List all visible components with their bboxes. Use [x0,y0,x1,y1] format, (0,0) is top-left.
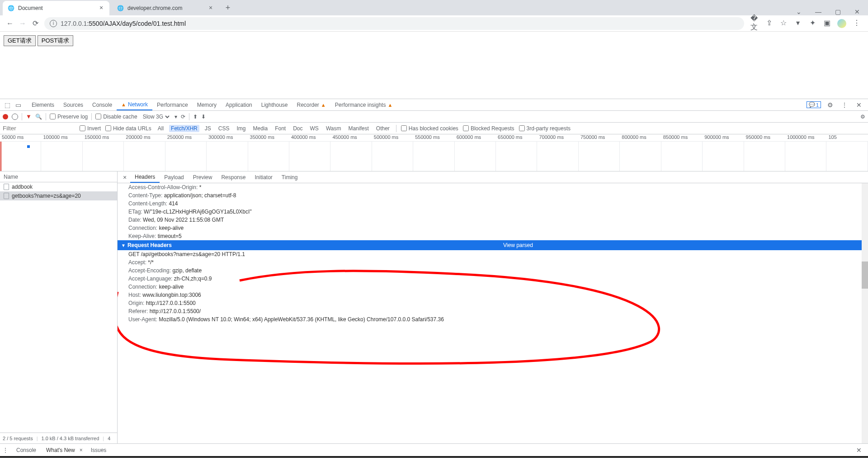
avatar[interactable] [837,19,846,28]
drawer-tab-whatsnew[interactable]: What's New [44,447,77,453]
filter-input[interactable] [3,125,75,132]
filter-type-all[interactable]: All [156,125,165,132]
devtools-tab-recorder[interactable]: Recorder▲ [292,99,330,110]
devtools-tab-memory[interactable]: Memory [193,99,221,110]
record-icon[interactable] [3,114,8,119]
omnibox[interactable]: i 127.0.0.1:5500/AJAX/day5/code/01.test.… [44,17,744,30]
maximize-icon[interactable]: ▢ [835,8,841,15]
invert-checkbox[interactable]: Invert [80,125,101,132]
timeline-tick: 950000 ms [744,134,785,141]
post-request-button[interactable]: POST请求 [38,35,73,46]
filter-type-doc[interactable]: Doc [291,125,304,132]
devtools-tab-elements[interactable]: Elements [27,99,59,110]
detail-tab-payload[interactable]: Payload [160,171,188,183]
request-row[interactable]: addbook [0,182,117,191]
chevron-down-icon[interactable]: ▾ [175,114,177,120]
more-icon[interactable]: ⋮ [3,447,8,453]
preserve-log-checkbox[interactable]: Preserve log [50,114,88,120]
share-icon[interactable]: ⇪ [765,19,773,27]
tab-title: Document [18,5,98,11]
puzzle-icon[interactable]: ✦ [808,19,816,27]
wifi-icon[interactable]: ⟳ [181,114,185,120]
detail-tab-timing[interactable]: Timing [277,171,302,183]
devtools-tab-application[interactable]: Application [221,99,257,110]
filter-type-wasm[interactable]: Wasm [324,125,343,132]
detail-tab-headers[interactable]: Headers [130,171,160,183]
close-window-icon[interactable]: ✕ [854,8,860,15]
gear-icon[interactable]: ⚙ [860,114,865,120]
filter-type-fetch-xhr[interactable]: Fetch/XHR [169,125,199,132]
drawer-tab-issues[interactable]: Issues [89,447,108,453]
devtools-tab-sources[interactable]: Sources [59,99,88,110]
filter-icon[interactable]: ▼ [26,113,32,120]
scrollbar[interactable] [862,183,868,443]
detail-tab-response[interactable]: Response [217,171,250,183]
blocked-requests-checkbox[interactable]: Blocked Requests [463,125,514,132]
page-content: GET请求 POST请求 [0,32,868,99]
translate-icon[interactable]: �文 [750,19,759,27]
scrollbar-thumb[interactable] [862,262,868,289]
filter-type-other[interactable]: Other [374,125,392,132]
forward-button[interactable]: → [16,17,29,30]
devtools-tab-lighthouse[interactable]: Lighthouse [257,99,292,110]
devtools-tabbar: ⬚ ▭ ElementsSourcesConsole▲NetworkPerfor… [0,99,868,111]
side-panel-icon[interactable]: ▣ [823,19,831,27]
hide-data-urls-checkbox[interactable]: Hide data URLs [105,125,151,132]
minimize-icon[interactable]: — [815,8,821,15]
download-icon[interactable]: ⬇ [201,114,206,120]
drawer-tab-console[interactable]: Console [14,447,38,453]
browser-tab[interactable]: 🌐 developer.chrome.com × [112,1,219,15]
view-parsed-link[interactable]: View parsed [503,242,533,248]
devtools-tab-performance-insights[interactable]: Performance insights▲ [330,99,397,110]
request-list-header[interactable]: Name [0,171,117,182]
inspect-icon[interactable]: ⬚ [2,100,13,110]
messages-badge[interactable]: 💬1 [807,101,821,108]
filter-type-css[interactable]: CSS [217,125,231,132]
extension-icon[interactable]: ▾ [794,19,802,27]
filter-type-font[interactable]: Font [273,125,288,132]
upload-icon[interactable]: ⬆ [193,114,198,120]
filter-type-media[interactable]: Media [251,125,269,132]
info-icon[interactable]: i [50,20,57,27]
detail-tab-preview[interactable]: Preview [189,171,217,183]
chevron-down-icon[interactable]: ⌄ [796,8,802,15]
close-icon[interactable]: × [207,5,214,12]
filter-type-img[interactable]: Img [235,125,247,132]
header-line: User-Agent: Mozilla/5.0 (Windows NT 10.0… [118,315,868,323]
close-icon[interactable]: × [80,447,83,453]
browser-tab-active[interactable]: 🌐 Document × [3,1,109,15]
request-row[interactable]: getbooks?name=zs&age=20 [0,191,117,200]
blocked-cookies-checkbox[interactable]: Has blocked cookies [401,125,458,132]
devtools-drawer: ⋮ Console What's New × Issues ✕ [0,443,868,456]
devtools-tab-console[interactable]: Console [88,99,117,110]
more-icon[interactable]: ⋮ [839,100,850,110]
close-icon[interactable]: × [98,5,105,12]
devtools-tab-performance[interactable]: Performance [152,99,193,110]
filter-type-js[interactable]: JS [203,125,213,132]
header-line: Access-Control-Allow-Origin: * [118,183,868,191]
new-tab-button[interactable]: + [222,1,234,14]
detail-body[interactable]: Access-Control-Allow-Origin: *Content-Ty… [118,183,868,443]
devtools-tab-network[interactable]: ▲Network [117,99,152,110]
search-icon[interactable]: 🔍 [35,114,42,120]
menu-icon[interactable]: ⋮ [853,19,861,27]
back-button[interactable]: ← [4,17,16,30]
third-party-checkbox[interactable]: 3rd-party requests [519,125,571,132]
network-timeline[interactable]: 50000 ms100000 ms150000 ms200000 ms25000… [0,134,868,171]
device-icon[interactable]: ▭ [13,100,24,110]
bookmark-icon[interactable]: ☆ [779,19,788,27]
filter-type-ws[interactable]: WS [308,125,321,132]
request-headers-section[interactable]: ▼ Request Headers View parsed [118,240,868,250]
throttle-select[interactable]: Slow 3G [141,113,171,120]
get-request-button[interactable]: GET请求 [4,35,36,46]
filter-type-manifest[interactable]: Manifest [346,125,370,132]
detail-tab-initiator[interactable]: Initiator [250,171,277,183]
close-drawer-icon[interactable]: ✕ [856,447,865,454]
gear-icon[interactable]: ⚙ [825,100,835,110]
close-detail-icon[interactable]: × [119,174,130,181]
clear-icon[interactable] [12,114,18,120]
close-devtools-icon[interactable]: ✕ [854,100,864,110]
reload-button[interactable]: ⟳ [29,17,42,30]
timeline-tick: 50000 ms [0,134,41,141]
disable-cache-checkbox[interactable]: Disable cache [95,114,137,120]
